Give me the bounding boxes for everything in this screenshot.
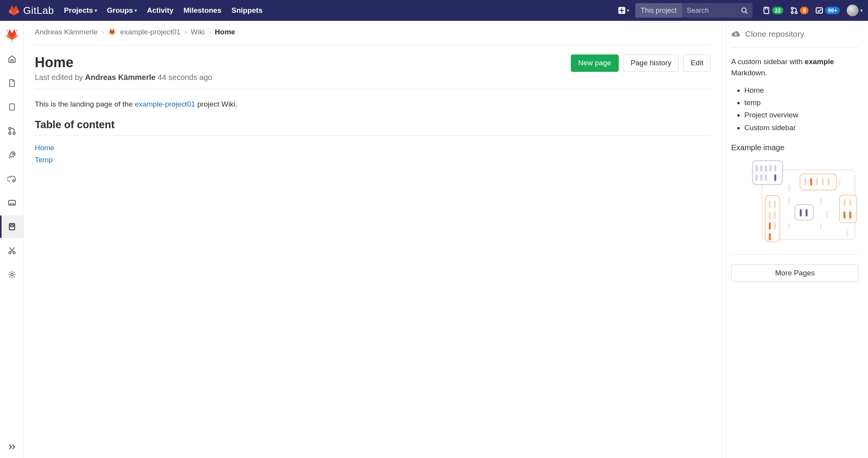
todos-counter[interactable]: 99+ xyxy=(815,7,840,14)
chevron-right-icon: › xyxy=(184,28,187,36)
svg-rect-32 xyxy=(795,205,814,220)
todos-icon xyxy=(815,7,823,14)
svg-point-19 xyxy=(9,132,11,134)
nav-projects-label: Projects xyxy=(64,6,93,15)
sidebar-image-heading: Example image xyxy=(731,143,859,152)
sidebar-desc-prefix: A custom sidebar with xyxy=(731,58,805,66)
issues-badge: 22 xyxy=(772,7,784,14)
intro-paragraph: This is the landing page of the example-… xyxy=(35,98,711,110)
sidebar-link-home[interactable]: Home xyxy=(744,84,859,97)
more-pages-button[interactable]: More Pages xyxy=(731,265,859,282)
primary-nav: Projects ▾ Groups ▾ Activity Milestones … xyxy=(64,6,263,15)
brand-label: GitLab xyxy=(23,5,54,17)
page-history-button[interactable]: Page history xyxy=(623,54,679,72)
nav-groups[interactable]: Groups ▾ xyxy=(107,6,137,15)
page-title: Home xyxy=(35,54,565,71)
toc-links: Home Temp xyxy=(35,142,711,166)
cloud-gear-icon xyxy=(7,175,17,183)
svg-point-28 xyxy=(13,252,15,254)
gitlab-logo-icon xyxy=(9,5,19,16)
wiki-body: This is the landing page of the example-… xyxy=(35,98,711,166)
sidebar-link-custom[interactable]: Custom sidebar xyxy=(744,122,859,134)
nav-activity[interactable]: Activity xyxy=(147,6,174,15)
header-right: 22 8 99+ ▾ xyxy=(762,5,863,16)
chevron-down-icon: ▾ xyxy=(860,8,863,13)
sidebar-item-snippets[interactable] xyxy=(0,239,24,262)
crumb-current: Home xyxy=(215,28,235,36)
sidebar-link-overview[interactable]: Project overview xyxy=(744,109,859,121)
last-edited-author: Andreas Kämmerle xyxy=(85,73,155,81)
search-input[interactable] xyxy=(682,3,736,18)
sidebar-item-overview[interactable] xyxy=(0,48,24,70)
svg-point-3 xyxy=(742,8,746,12)
svg-rect-26 xyxy=(10,225,14,227)
svg-line-4 xyxy=(745,12,747,14)
sidebar-item-repository[interactable] xyxy=(0,72,24,94)
crumb-project[interactable]: example-project01 xyxy=(120,28,180,36)
svg-rect-31 xyxy=(752,161,783,185)
svg-point-18 xyxy=(9,127,11,130)
sidebar-item-merge-requests[interactable] xyxy=(0,120,24,142)
svg-rect-11 xyxy=(816,8,822,13)
intro-suffix: project Wiki. xyxy=(195,100,237,108)
svg-rect-5 xyxy=(764,7,769,14)
issues-counter[interactable]: 22 xyxy=(762,7,784,14)
crumb-owner[interactable]: Andreas Kämmerle xyxy=(35,28,98,36)
merge-requests-counter[interactable]: 8 xyxy=(790,7,808,14)
cloud-download-icon xyxy=(731,30,740,38)
sidebar-collapse[interactable] xyxy=(0,436,24,458)
edit-button[interactable]: Edit xyxy=(683,54,711,72)
svg-rect-24 xyxy=(10,204,14,205)
example-image xyxy=(731,158,859,243)
issues-icon xyxy=(762,7,770,14)
mr-badge: 8 xyxy=(800,7,808,14)
intro-project-link[interactable]: example-project01 xyxy=(135,100,195,108)
user-menu[interactable]: ▾ xyxy=(847,5,863,16)
project-avatar[interactable] xyxy=(5,25,19,46)
chevron-right-icon: › xyxy=(102,28,104,36)
nav-projects[interactable]: Projects ▾ xyxy=(64,6,97,15)
search-scope-label: This project xyxy=(641,7,677,15)
intro-prefix: This is the landing page of the xyxy=(35,100,135,108)
new-page-button[interactable]: New page xyxy=(571,54,619,72)
svg-point-27 xyxy=(9,252,11,254)
scissors-icon xyxy=(8,246,16,255)
sidebar-item-issues[interactable] xyxy=(0,96,24,118)
sidebar-item-registry[interactable] xyxy=(0,192,24,214)
sidebar-links: Home temp Project overview Custom sideba… xyxy=(731,84,859,134)
clone-repository[interactable]: Clone repository xyxy=(731,29,859,47)
avatar xyxy=(847,5,858,16)
merge-request-icon xyxy=(790,7,798,14)
breadcrumb: Andreas Kämmerle › example-project01 › W… xyxy=(35,28,711,45)
last-edited-time: 44 seconds ago xyxy=(155,73,212,81)
search-button[interactable] xyxy=(736,3,752,18)
sidebar-item-wiki[interactable] xyxy=(0,215,24,238)
book-icon xyxy=(8,222,16,231)
last-edited: Last edited by Andreas Kämmerle 44 secon… xyxy=(35,73,565,82)
issues-icon xyxy=(8,103,16,111)
svg-point-20 xyxy=(13,132,15,134)
sidebar-link-temp[interactable]: temp xyxy=(744,97,859,109)
sidebar-desc-bold: example xyxy=(805,58,834,66)
new-dropdown[interactable]: ▾ xyxy=(615,5,632,16)
wiki-sidebar: Clone repository A custom sidebar with e… xyxy=(722,21,868,458)
brand[interactable]: GitLab xyxy=(9,5,54,17)
divider xyxy=(731,254,859,254)
svg-rect-17 xyxy=(9,104,14,110)
nav-activity-label: Activity xyxy=(147,6,174,15)
search-scope[interactable]: This project xyxy=(635,3,682,18)
sidebar-item-ci-cd[interactable] xyxy=(0,144,24,166)
nav-snippets[interactable]: Snippets xyxy=(231,6,262,15)
search: This project xyxy=(635,3,752,18)
package-icon xyxy=(8,199,16,207)
home-icon xyxy=(8,55,16,63)
nav-snippets-label: Snippets xyxy=(231,6,262,15)
sidebar-item-operations[interactable] xyxy=(0,168,24,190)
todos-badge: 99+ xyxy=(825,7,840,14)
nav-milestones[interactable]: Milestones xyxy=(184,6,221,15)
toc-heading: Table of content xyxy=(35,119,711,136)
toc-link-home[interactable]: Home xyxy=(35,142,711,154)
sidebar-item-settings[interactable] xyxy=(0,263,24,286)
toc-link-temp[interactable]: Temp xyxy=(35,154,711,166)
crumb-section[interactable]: Wiki xyxy=(191,28,205,36)
